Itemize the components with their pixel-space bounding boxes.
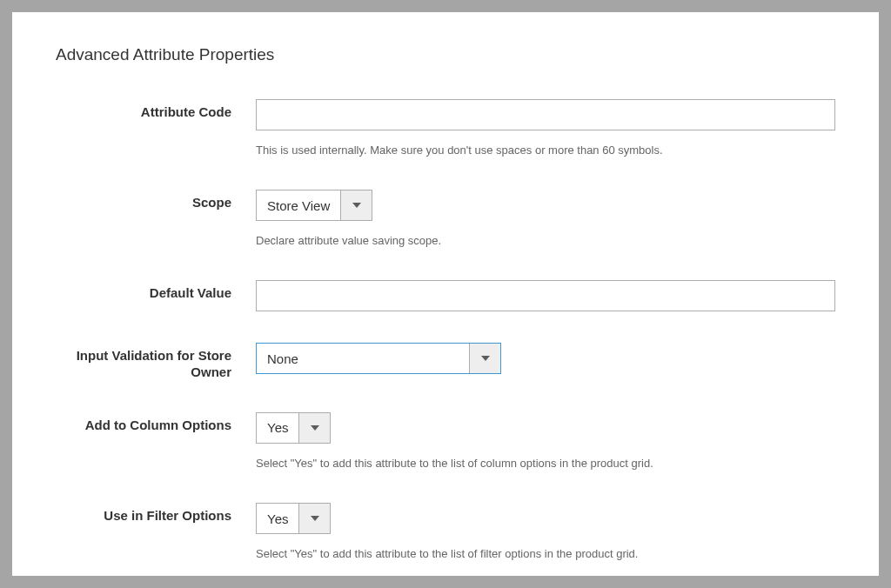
label-add-to-column: Add to Column Options: [56, 412, 256, 434]
label-default-value: Default Value: [56, 280, 256, 302]
field-default-value: Default Value: [56, 280, 835, 311]
select-scope[interactable]: Store View: [256, 190, 372, 221]
chevron-down-icon: [469, 344, 500, 373]
label-use-in-filter: Use in Filter Options: [56, 503, 256, 525]
field-scope: Scope Store View: [56, 190, 835, 221]
input-attribute-code[interactable]: [256, 99, 835, 130]
select-input-validation-value: None: [257, 344, 469, 373]
label-attribute-code: Attribute Code: [56, 99, 256, 121]
select-use-in-filter-value: Yes: [257, 504, 298, 533]
chevron-down-icon: [298, 504, 330, 533]
chevron-down-icon: [298, 413, 330, 443]
label-input-validation: Input Validation for Store Owner: [56, 343, 256, 381]
section-title: Advanced Attribute Properties: [56, 45, 835, 64]
field-attribute-code: Attribute Code: [56, 99, 835, 130]
help-use-in-filter: Select "Yes" to add this attribute to th…: [256, 546, 835, 562]
input-default-value[interactable]: [256, 280, 835, 311]
advanced-attribute-panel: Advanced Attribute Properties Attribute …: [12, 12, 879, 576]
help-add-to-column: Select "Yes" to add this attribute to th…: [256, 456, 835, 471]
select-add-to-column-value: Yes: [257, 413, 298, 443]
help-scope: Declare attribute value saving scope.: [256, 233, 835, 249]
field-use-in-filter: Use in Filter Options Yes: [56, 503, 835, 534]
select-add-to-column[interactable]: Yes: [256, 412, 331, 444]
chevron-down-icon: [340, 190, 372, 220]
select-input-validation[interactable]: None: [256, 343, 501, 374]
help-attribute-code: This is used internally. Make sure you d…: [256, 143, 835, 158]
select-scope-value: Store View: [257, 190, 340, 220]
field-add-to-column: Add to Column Options Yes: [56, 412, 835, 444]
field-input-validation: Input Validation for Store Owner None: [56, 343, 835, 381]
label-scope: Scope: [56, 190, 256, 211]
select-use-in-filter[interactable]: Yes: [256, 503, 331, 534]
